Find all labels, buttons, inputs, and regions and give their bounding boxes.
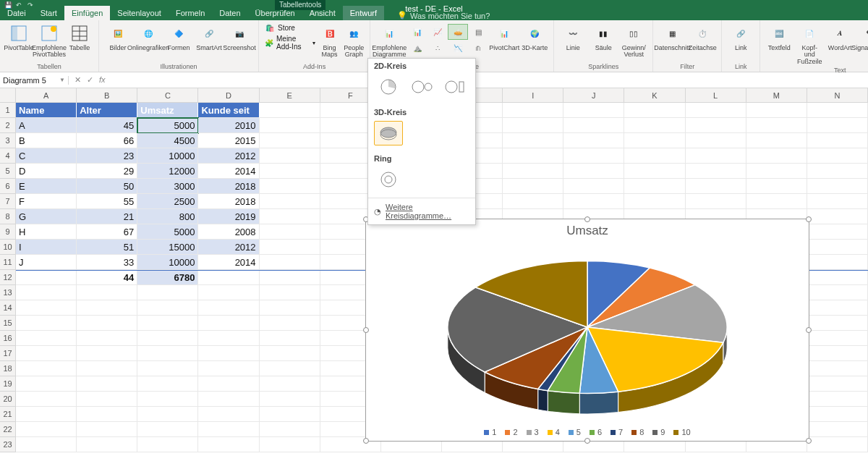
cell[interactable] bbox=[503, 133, 563, 148]
cell[interactable]: G bbox=[16, 209, 77, 224]
worksheet-grid[interactable]: ABCDEFGHIJKLMN 1234567891011121314151617… bbox=[0, 88, 868, 456]
cell[interactable] bbox=[807, 407, 868, 422]
cell[interactable] bbox=[260, 346, 320, 361]
cell[interactable] bbox=[260, 422, 320, 437]
col-head-J[interactable]: J bbox=[563, 88, 624, 102]
resize-handle[interactable] bbox=[584, 438, 590, 444]
cell[interactable] bbox=[563, 133, 624, 148]
bing-maps-button[interactable]: 🅱️Bing Maps bbox=[318, 22, 341, 60]
cancel-icon[interactable]: ✕ bbox=[75, 75, 81, 85]
legend-item[interactable]: 6 bbox=[590, 428, 602, 436]
cell[interactable] bbox=[260, 376, 320, 392]
legend-item[interactable]: 4 bbox=[548, 428, 560, 436]
cell[interactable] bbox=[198, 331, 259, 346]
row-head[interactable]: 9 bbox=[0, 224, 16, 240]
cell[interactable] bbox=[198, 376, 259, 392]
cell[interactable] bbox=[260, 240, 320, 255]
legend-item[interactable]: 10 bbox=[673, 428, 690, 436]
cell[interactable] bbox=[624, 133, 685, 148]
cell[interactable] bbox=[807, 361, 868, 376]
cell[interactable]: 5000 bbox=[137, 224, 198, 240]
cell[interactable] bbox=[137, 407, 198, 422]
headerfooter-button[interactable]: 📄Kopf- und Fußzeile bbox=[795, 22, 824, 67]
cell[interactable] bbox=[807, 103, 868, 118]
row-head[interactable]: 17 bbox=[0, 346, 16, 361]
cell[interactable] bbox=[563, 118, 624, 133]
row-head[interactable]: 11 bbox=[0, 255, 16, 270]
cell[interactable]: 2015 bbox=[198, 133, 259, 148]
row-head[interactable]: 12 bbox=[0, 270, 16, 285]
cell[interactable]: 2018 bbox=[198, 194, 259, 209]
cell[interactable]: 33 bbox=[77, 255, 137, 270]
chart-object[interactable]: Umsatz 12345678910 bbox=[365, 219, 809, 442]
row-head[interactable]: 22 bbox=[0, 422, 16, 437]
tab-insert[interactable]: Einfügen bbox=[64, 6, 110, 20]
cell[interactable] bbox=[260, 179, 320, 194]
map3d-button[interactable]: 🌍3D-Karte bbox=[520, 22, 549, 53]
cell[interactable] bbox=[16, 407, 77, 422]
cell[interactable] bbox=[260, 133, 320, 148]
cell[interactable] bbox=[16, 437, 77, 452]
cell[interactable]: Kunde seit bbox=[198, 103, 259, 118]
cell[interactable] bbox=[77, 300, 137, 316]
pie-2d-basic[interactable] bbox=[374, 75, 403, 99]
cell[interactable] bbox=[746, 179, 807, 194]
row-head[interactable]: 21 bbox=[0, 407, 16, 422]
col-head-L[interactable]: L bbox=[686, 88, 746, 102]
row-head[interactable]: 1 bbox=[0, 103, 16, 118]
cell[interactable]: 4500 bbox=[137, 133, 198, 148]
cell[interactable] bbox=[77, 346, 137, 361]
cell[interactable] bbox=[686, 194, 746, 209]
cell[interactable]: 800 bbox=[137, 209, 198, 224]
cell[interactable] bbox=[563, 148, 624, 164]
legend-item[interactable]: 3 bbox=[527, 428, 539, 436]
tab-design[interactable]: Entwurf bbox=[343, 6, 384, 20]
cell[interactable] bbox=[686, 179, 746, 194]
cell[interactable] bbox=[260, 300, 320, 316]
store-button[interactable]: 🛍️Store bbox=[263, 22, 317, 33]
cell[interactable] bbox=[16, 316, 77, 331]
cell[interactable] bbox=[807, 255, 868, 270]
col-head-K[interactable]: K bbox=[624, 88, 685, 102]
cell[interactable]: Name bbox=[16, 103, 77, 118]
smartart-button[interactable]: 🔗SmartArt bbox=[195, 22, 224, 53]
row-head[interactable]: 4 bbox=[0, 148, 16, 164]
cell[interactable]: 10000 bbox=[137, 148, 198, 164]
cell[interactable]: 2012 bbox=[198, 148, 259, 164]
cell[interactable] bbox=[807, 209, 868, 224]
cell[interactable] bbox=[563, 103, 624, 118]
cell[interactable] bbox=[746, 133, 807, 148]
legend-item[interactable]: 7 bbox=[610, 428, 623, 436]
legend-item[interactable]: 1 bbox=[484, 428, 496, 436]
cell[interactable] bbox=[260, 271, 320, 285]
cell[interactable]: A bbox=[16, 118, 77, 133]
check-icon[interactable]: ✓ bbox=[87, 75, 93, 85]
cell[interactable] bbox=[807, 346, 868, 361]
cell[interactable] bbox=[503, 148, 563, 164]
resize-handle[interactable] bbox=[806, 438, 812, 444]
link-button[interactable]: 🔗Link bbox=[726, 22, 755, 53]
cell[interactable] bbox=[624, 194, 685, 209]
name-box[interactable]: Diagramm 5▼ bbox=[0, 76, 69, 85]
cell[interactable] bbox=[198, 346, 259, 361]
cell[interactable] bbox=[260, 407, 320, 422]
cell[interactable] bbox=[624, 148, 685, 164]
redo-icon[interactable]: ↷ bbox=[27, 1, 35, 9]
cell[interactable] bbox=[260, 316, 320, 331]
cell[interactable] bbox=[198, 407, 259, 422]
column-chart-icon[interactable]: 📊 bbox=[408, 25, 427, 39]
cell[interactable] bbox=[16, 392, 77, 407]
cell[interactable]: J bbox=[16, 255, 77, 270]
legend-item[interactable]: 8 bbox=[631, 428, 644, 436]
pivottable-button[interactable]: PivotTable bbox=[4, 22, 33, 53]
rec-charts-button[interactable]: 📊Empfohlene Diagramme bbox=[375, 22, 404, 60]
cell[interactable]: 10000 bbox=[137, 255, 198, 270]
cell[interactable] bbox=[260, 118, 320, 133]
cell[interactable] bbox=[624, 118, 685, 133]
shapes-button[interactable]: 🔷Formen bbox=[164, 22, 193, 53]
cell[interactable]: 2019 bbox=[198, 209, 259, 224]
cell[interactable]: Umsatz bbox=[137, 103, 198, 118]
cell[interactable] bbox=[807, 240, 868, 255]
row-head[interactable]: 16 bbox=[0, 331, 16, 346]
rec-pivot-button[interactable]: Empfohlene PivotTables bbox=[35, 22, 64, 60]
